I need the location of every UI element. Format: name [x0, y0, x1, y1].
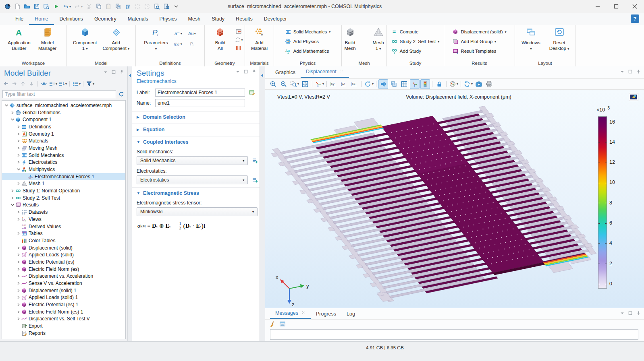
tree-item-tables[interactable]: Tables [2, 230, 125, 237]
panel-pin-icon[interactable] [636, 311, 641, 317]
panel-float-icon[interactable] [628, 311, 633, 317]
tree-item-global-definitions[interactable]: Global Definitions [2, 109, 125, 116]
tree-item-multiphysics[interactable]: Multiphysics [2, 166, 125, 173]
ribbon-ic-fx[interactable]: f(x)▾ [171, 39, 185, 49]
tree-item-mesh-1[interactable]: Mesh 1 [2, 180, 125, 188]
panel-menu-icon[interactable] [620, 311, 625, 317]
zoom-box-icon[interactable]: ▾ [289, 79, 299, 89]
chevron-right-icon[interactable] [16, 274, 21, 278]
chevron-down-icon[interactable] [4, 104, 9, 107]
ribbon-compute[interactable]: =Compute [389, 28, 442, 36]
chevron-right-icon[interactable] [16, 317, 21, 320]
tree-item-surface-micromachined-accelerometer-mph[interactable]: surface_micromachined_accelerometer.mph [2, 102, 125, 109]
maximize-button[interactable] [607, 0, 625, 13]
tree-item-derived-values[interactable]: 8.85e-12Derived Values [2, 223, 125, 230]
chevron-right-icon[interactable] [16, 260, 21, 264]
section-electromagnetic-stress[interactable]: ▼ Electromagnetic Stress [132, 187, 260, 197]
ribbon-study-2-self-test[interactable]: Study 2: Self Test▾ [389, 37, 442, 45]
splitter-left[interactable] [128, 66, 132, 341]
close-icon[interactable] [301, 310, 305, 316]
tree-item-electric-field-norm-es-1[interactable]: Electric Field Norm (es) 1 [2, 308, 125, 316]
delete-icon[interactable] [123, 1, 132, 12]
menu-file[interactable]: File [10, 13, 29, 25]
chevron-right-icon[interactable] [10, 196, 15, 200]
ribbon-add-mathematics[interactable]: ΔuAdd Mathematics [283, 47, 333, 55]
tree-item-materials[interactable]: Materials [2, 137, 125, 144]
ribbon-add-material[interactable]: AddMaterial [246, 26, 273, 51]
tree-item-displacement-solid-1[interactable]: Displacement (solid) 1 [2, 287, 125, 294]
chevron-right-icon[interactable] [16, 310, 21, 314]
tree-item-electric-potential-es-1[interactable]: Electric Potential (es) 1 [2, 301, 125, 308]
find-settings-icon[interactable] [162, 1, 171, 12]
chevron-right-icon[interactable] [16, 253, 21, 256]
tree-item-displacement-vs-self-test-v[interactable]: Displacement vs. Self Test V [2, 316, 125, 323]
ribbon-ic-fence[interactable] [235, 45, 243, 52]
help-button[interactable]: ? [631, 14, 639, 23]
tree-item-export[interactable]: Export [2, 322, 125, 330]
close-icon[interactable] [339, 69, 344, 74]
grid-icon[interactable] [399, 79, 409, 89]
rotate-icon[interactable]: ▾ [364, 79, 374, 89]
menu-materials[interactable]: Materials [122, 13, 154, 25]
add-interface-icon[interactable] [251, 157, 260, 165]
new-file-icon[interactable] [13, 1, 22, 12]
menu-results[interactable]: Results [230, 13, 258, 25]
tree-item-moving-mesh[interactable]: Moving Mesh [2, 144, 125, 152]
ribbon-model-manager[interactable]: ModelManager [34, 26, 61, 51]
tree-item-applied-loads-solid[interactable]: *Applied Loads (solid) [2, 251, 125, 258]
move-up-icon[interactable] [19, 80, 27, 88]
update-icon[interactable]: ▾ [463, 79, 473, 89]
save-icon[interactable] [32, 1, 41, 12]
tab-displacement[interactable]: Displacement [301, 66, 349, 78]
plot-thumbnail-icon[interactable] [629, 93, 638, 101]
filter-funnel-icon[interactable]: ▾ [86, 80, 94, 88]
close-button[interactable] [625, 0, 644, 13]
tree-item-electromechanical-forces-1[interactable]: Electromechanical Forces 1 [2, 173, 125, 180]
refresh-icon[interactable] [118, 90, 125, 98]
menu-home[interactable]: Home [29, 13, 54, 25]
select-frame-icon[interactable] [133, 1, 142, 12]
scene-light-icon[interactable] [378, 79, 388, 89]
panel-float-icon[interactable] [628, 69, 633, 75]
panel-menu-icon[interactable] [103, 70, 108, 76]
nav-back-icon[interactable] [2, 80, 10, 88]
chevron-right-icon[interactable] [16, 210, 21, 214]
chevron-down-icon[interactable] [10, 203, 15, 206]
tree-item-color-tables[interactable]: Color Tables [2, 237, 125, 244]
transparency-icon[interactable] [389, 79, 399, 89]
copy-icon[interactable] [94, 1, 103, 12]
ribbon-ic-a-eq[interactable]: a=▾ [171, 28, 185, 39]
tree-detail-icon[interactable]: ▾ [72, 80, 81, 88]
ribbon-parameters[interactable]: PiParameters▾ [141, 26, 170, 52]
chevron-right-icon[interactable] [16, 246, 21, 250]
ribbon-windows[interactable]: Windows▾ [517, 26, 545, 52]
collapse-all-icon[interactable]: ▾ [49, 80, 57, 88]
chevron-down-icon[interactable] [10, 118, 15, 121]
menu-developer[interactable]: Developer [258, 13, 293, 25]
tree-item-electric-potential-es[interactable]: Electric Potential (es) [2, 258, 125, 266]
ribbon-reset-desktop[interactable]: ResetDesktop ▾ [546, 26, 573, 52]
ribbon-build-all[interactable]: BuildAll [206, 26, 234, 51]
panel-pin-icon[interactable] [119, 70, 124, 76]
ribbon-ic-pi-gray[interactable]: Pi [185, 39, 199, 49]
tree-item-reports[interactable]: Reports [2, 330, 125, 337]
menu-physics[interactable]: Physics [154, 13, 182, 25]
zoom-in-icon[interactable] [268, 79, 278, 89]
redo-icon[interactable]: ▾ [73, 1, 84, 12]
snapshot-icon[interactable] [474, 79, 484, 89]
panel-float-icon[interactable] [111, 70, 116, 76]
print-icon[interactable] [484, 79, 494, 89]
chevron-down-icon[interactable] [16, 168, 21, 171]
splitter-right[interactable] [260, 66, 265, 341]
view-xz-icon[interactable]: xz [350, 79, 359, 89]
label-field[interactable] [155, 89, 245, 97]
tree-item-views[interactable]: Views [2, 216, 125, 223]
panel-float-icon[interactable] [243, 69, 248, 75]
minimize-button[interactable] [588, 0, 607, 13]
show-axes-icon[interactable] [410, 79, 420, 89]
tree-item-definitions[interactable]: Definitions [2, 123, 125, 130]
expand-all-icon[interactable]: ▾ [58, 80, 67, 88]
tree-item-solid-mechanics[interactable]: Solid Mechanics [2, 152, 125, 159]
default-view-icon[interactable]: ▾ [314, 79, 324, 89]
tree-item-component-1[interactable]: Component 1 [2, 116, 125, 123]
